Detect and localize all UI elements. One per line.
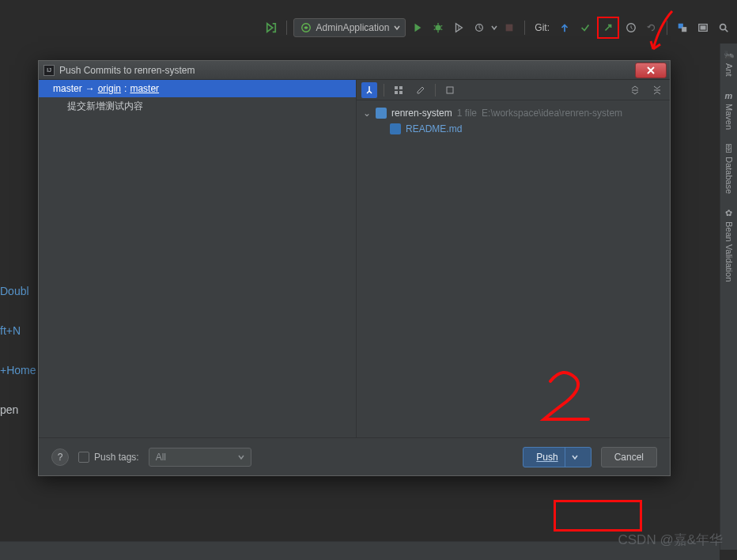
commit-button[interactable] <box>576 19 594 36</box>
push-button-toolbar[interactable] <box>597 17 619 39</box>
svg-rect-8 <box>701 25 706 29</box>
right-tool-sidebar: 🐜Ant mMaven 🗄Database ✿Bean Validation <box>720 44 737 550</box>
edit-icon[interactable] <box>413 82 429 98</box>
annotation-highlight <box>554 500 642 532</box>
maven-tool[interactable]: mMaven <box>724 91 734 130</box>
svg-rect-13 <box>399 91 403 94</box>
history-button[interactable] <box>622 19 640 36</box>
changes-pane: ⌄ renren-system 1 file E:\workspace\idea… <box>357 80 670 437</box>
push-commits-dialog: IJ Push Commits to renren-system master … <box>38 60 671 476</box>
ide-toolbar: AdminApplication Git: <box>0 16 737 40</box>
project-name: renren-system <box>391 108 452 119</box>
welcome-links: Doubl ft+N +Home pen <box>0 285 36 416</box>
push-tags-combo[interactable]: All <box>149 448 251 467</box>
separator <box>524 21 525 35</box>
local-branch: master <box>53 83 82 94</box>
run-config-label: AdminApplication <box>316 22 390 33</box>
chevron-down-icon <box>572 454 578 460</box>
group-by-icon[interactable] <box>391 82 406 98</box>
close-button[interactable] <box>635 62 667 78</box>
arrow: → <box>85 83 95 94</box>
ant-tool[interactable]: 🐜Ant <box>724 50 735 77</box>
svg-rect-16 <box>654 89 660 90</box>
debug-button[interactable] <box>429 19 447 36</box>
rollback-button[interactable] <box>643 19 660 36</box>
separator <box>667 21 667 35</box>
svg-point-9 <box>720 25 726 30</box>
run-button[interactable] <box>409 19 426 36</box>
close-icon <box>646 66 656 74</box>
cancel-button[interactable]: Cancel <box>601 447 657 467</box>
colon: : <box>124 83 127 94</box>
svg-rect-6 <box>682 27 686 32</box>
markdown-file-icon <box>390 123 401 134</box>
run-configuration-selector[interactable]: AdminApplication <box>293 18 406 37</box>
git-label: Git: <box>531 22 553 33</box>
file-name: README.md <box>406 123 462 134</box>
svg-rect-11 <box>399 86 403 89</box>
svg-rect-15 <box>632 89 638 90</box>
remote-name[interactable]: origin <box>98 83 121 94</box>
chevron-down-icon <box>238 454 244 460</box>
svg-rect-3 <box>506 25 513 32</box>
remote-branch[interactable]: master <box>130 83 159 94</box>
commit-item[interactable]: 提交新增测试内容 <box>39 97 356 115</box>
watermark: CSDN @嘉&年华 <box>618 531 724 549</box>
ide-settings-button[interactable] <box>694 19 712 36</box>
link-fragment[interactable]: ft+N <box>0 324 36 337</box>
collapse-all-icon[interactable] <box>649 82 665 98</box>
separator <box>286 21 287 35</box>
coverage-button[interactable] <box>450 19 467 36</box>
checkbox-icon <box>78 452 89 463</box>
chevron-down-icon <box>491 25 497 31</box>
folder-icon <box>376 108 387 119</box>
intellij-icon: IJ <box>43 65 55 76</box>
expand-all-icon[interactable] <box>627 82 643 98</box>
bean-validation-tool[interactable]: ✿Bean Validation <box>724 208 734 282</box>
stop-button <box>501 19 518 36</box>
status-bar <box>0 541 720 560</box>
diff-icon[interactable] <box>442 82 458 98</box>
push-tags-label: Push tags: <box>94 452 139 463</box>
tree-project-row[interactable]: ⌄ renren-system 1 file E:\workspace\idea… <box>363 105 663 121</box>
svg-rect-12 <box>395 91 398 94</box>
dialog-footer: ? Push tags: All Push Cancel <box>39 437 670 475</box>
help-button[interactable]: ? <box>51 448 69 466</box>
profile-button[interactable] <box>471 19 488 36</box>
changes-toolbar <box>357 80 670 100</box>
database-tool[interactable]: 🗄Database <box>724 144 734 194</box>
branch-row[interactable]: master → origin : master <box>39 80 356 97</box>
chevron-down-icon <box>394 25 400 31</box>
svg-rect-10 <box>395 86 398 89</box>
commit-message: 提交新增测试内容 <box>67 100 143 113</box>
push-tags-checkbox[interactable]: Push tags: <box>78 452 139 463</box>
build-icon[interactable] <box>263 19 280 36</box>
tree-file-row[interactable]: README.md <box>363 121 663 137</box>
spring-icon <box>300 22 312 33</box>
push-button-label: Push <box>536 452 557 463</box>
dialog-title: Push Commits to renren-system <box>59 65 195 76</box>
dialog-titlebar[interactable]: IJ Push Commits to renren-system <box>39 61 670 80</box>
project-path: E:\workspace\idea\renren-system <box>482 108 622 119</box>
pin-icon[interactable] <box>361 82 377 98</box>
chevron-down-icon[interactable]: ⌄ <box>363 108 371 119</box>
search-everywhere-button[interactable] <box>715 19 732 36</box>
commits-pane: master → origin : master 提交新增测试内容 <box>39 80 357 437</box>
link-fragment[interactable]: pen <box>0 403 36 416</box>
svg-point-1 <box>436 25 441 31</box>
svg-rect-14 <box>447 87 453 93</box>
combo-value: All <box>156 452 166 463</box>
update-project-button[interactable] <box>556 19 573 36</box>
push-button[interactable]: Push <box>523 447 591 467</box>
cancel-button-label: Cancel <box>614 452 644 463</box>
link-fragment[interactable]: +Home <box>0 364 36 376</box>
file-tree: ⌄ renren-system 1 file E:\workspace\idea… <box>357 100 670 142</box>
dialog-body: master → origin : master 提交新增测试内容 <box>39 80 670 437</box>
file-count: 1 file <box>457 108 477 119</box>
link-fragment[interactable]: Doubl <box>0 285 36 297</box>
project-structure-button[interactable] <box>674 19 691 36</box>
